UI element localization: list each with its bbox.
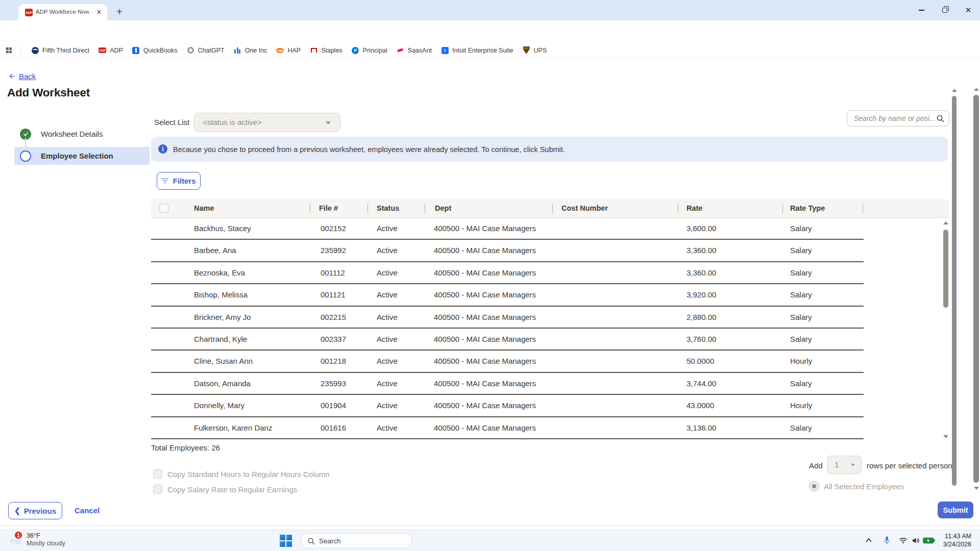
window-maximize-button[interactable] xyxy=(933,0,957,20)
select-all-checkbox[interactable] xyxy=(159,204,168,213)
bookmark-item[interactable]: SaasAnt xyxy=(392,43,436,58)
window-close-button[interactable]: ✕ xyxy=(957,0,980,20)
all-selected-employees-radio[interactable]: All Selected Employees xyxy=(809,481,904,491)
page-scrollbar[interactable] xyxy=(973,87,979,491)
table-row[interactable]: Chartrand, Kyle002337Active400500 - MAI … xyxy=(151,329,864,350)
bookmark-item[interactable]: IIntuit Enterprise Suite xyxy=(436,43,518,58)
cell-rate-type: Salary xyxy=(790,417,812,438)
employee-search-input[interactable]: Search by name or posi... xyxy=(847,110,949,127)
cell-file: 002152 xyxy=(321,218,346,239)
notification-badge: 1 xyxy=(14,531,22,539)
bookmark-item[interactable]: QuickBooks xyxy=(128,43,182,58)
table-row[interactable]: Datson, Amanda235993Active400500 - MAI C… xyxy=(151,373,864,395)
back-link[interactable]: Back xyxy=(8,72,36,81)
bookmark-item[interactable]: Staples xyxy=(305,43,347,58)
table-row[interactable]: Barbee, Ana235992Active400500 - MAI Case… xyxy=(151,240,864,262)
cell-status: Active xyxy=(377,417,398,438)
chrome-taskbar-button[interactable] xyxy=(548,532,567,550)
table-row[interactable]: Brickner, Amy Jo002215Active400500 - MAI… xyxy=(151,307,864,329)
table-row[interactable]: Cline, Susan Ann001218Active400500 - MAI… xyxy=(151,350,864,372)
add-rows-dropdown[interactable]: 1 xyxy=(827,456,862,474)
bookmark-item[interactable]: ADPADP xyxy=(94,43,128,58)
chevron-down-icon xyxy=(326,121,331,124)
clock[interactable]: 11:43 AM 3/24/2026 xyxy=(943,532,971,548)
table-row[interactable]: Bishop, Melissa001121Active400500 - MAI … xyxy=(151,284,864,306)
previous-button[interactable]: ❮Previous xyxy=(8,502,62,519)
saasant-icon xyxy=(397,46,404,54)
cell-file: 001904 xyxy=(321,395,346,416)
step-employee-selection[interactable]: Employee Selection xyxy=(14,147,150,165)
fifth-third-icon xyxy=(31,46,39,54)
chevron-down-icon xyxy=(851,464,855,466)
bookmark-item[interactable]: PPrincipal xyxy=(347,43,392,58)
cell-name: Beznoska, Eva xyxy=(194,262,245,283)
browser-toolbar: workforcenow.adp.com/theme/admin.html#/P… xyxy=(0,20,980,43)
cell-name: Brickner, Amy Jo xyxy=(194,307,251,328)
tab-close-icon[interactable]: ✕ xyxy=(95,8,103,16)
cell-status: Active xyxy=(377,307,398,328)
cancel-button[interactable]: Cancel xyxy=(75,506,100,515)
table-row[interactable]: Donnelly, Mary001904Active400500 - MAI C… xyxy=(151,395,864,417)
chatgpt-icon xyxy=(187,46,194,54)
start-button[interactable] xyxy=(280,535,292,547)
table-row[interactable]: Fulkerson, Karen Danz001616Active400500 … xyxy=(151,417,864,439)
one-inc-icon xyxy=(234,46,241,54)
cell-status: Active xyxy=(377,395,398,416)
content-scrollbar[interactable] xyxy=(951,88,957,491)
windows-taskbar: 1 36°F Mostly cloudy Search 11:43 AM 3/2… xyxy=(0,530,980,551)
table-scrollbar[interactable] xyxy=(942,219,949,440)
cell-rate: 3,136.00 xyxy=(687,417,716,438)
volume-icon xyxy=(912,537,920,544)
onenote-taskbar-button[interactable] xyxy=(593,532,611,550)
cell-rate: 3,920.00 xyxy=(687,284,716,305)
new-tab-button[interactable]: + xyxy=(113,6,126,18)
browser-tab[interactable]: ADP ADP Workforce Now - Manage ✕ xyxy=(18,4,107,20)
acrobat-taskbar-button[interactable] xyxy=(668,532,686,550)
table-row[interactable]: Beznoska, Eva001112Active400500 - MAI Ca… xyxy=(151,262,864,284)
bookmark-item[interactable]: Fifth Third Direct xyxy=(27,43,94,58)
remote-desktop-taskbar-button[interactable] xyxy=(505,532,523,550)
bookmark-item[interactable]: hapHAP xyxy=(272,43,305,58)
window-minimize-button[interactable] xyxy=(910,0,933,20)
cell-rate: 50.0000 xyxy=(687,350,714,371)
cell-name: Cline, Susan Ann xyxy=(194,350,253,371)
cell-name: Barbee, Ana xyxy=(194,240,236,261)
hap-icon: hap xyxy=(276,46,284,54)
taskbar-search[interactable]: Search xyxy=(300,533,412,548)
copy-standard-hours-option[interactable]: Copy Standard Hours to Regular Hours Col… xyxy=(153,469,330,479)
cell-dept: 400500 - MAI Case Managers xyxy=(434,417,536,438)
step-current-circle-icon xyxy=(20,151,31,162)
cell-rate-type: Salary xyxy=(790,240,812,261)
select-list-dropdown[interactable]: <status is active> xyxy=(194,113,340,132)
excel-taskbar-button[interactable] xyxy=(630,532,648,550)
g-app-taskbar-button[interactable] xyxy=(612,532,631,550)
cell-dept: 400500 - MAI Case Managers xyxy=(434,350,536,371)
step-worksheet-details[interactable]: Worksheet Details xyxy=(14,125,150,143)
apps-grid-icon[interactable] xyxy=(5,46,13,56)
cell-rate: 2,880.00 xyxy=(687,307,716,328)
c-app-taskbar-button[interactable] xyxy=(526,532,544,550)
table-row[interactable]: Backhus, Stacey002152Active400500 - MAI … xyxy=(151,218,864,240)
microphone-icon xyxy=(884,536,890,545)
bookmark-item[interactable]: upsUPS xyxy=(518,43,552,58)
page-title: Add Worksheet xyxy=(7,86,90,99)
submit-button[interactable]: Submit xyxy=(938,502,973,518)
teams-taskbar-button[interactable] xyxy=(481,532,500,550)
copy-salary-rate-option[interactable]: Copy Salary Rate to Regular Earnings xyxy=(153,485,297,494)
cell-rate-type: Hourly xyxy=(790,395,812,416)
cell-rate-type: Salary xyxy=(790,262,812,283)
bookmark-item[interactable]: One Inc xyxy=(229,43,272,58)
principal-icon: P xyxy=(352,46,359,54)
file-explorer-taskbar-button[interactable] xyxy=(435,532,454,550)
calculator-taskbar-button[interactable] xyxy=(649,532,668,550)
filters-button[interactable]: Filters xyxy=(157,172,201,190)
outlook-taskbar-button[interactable] xyxy=(571,532,589,550)
edge-taskbar-button[interactable] xyxy=(459,532,477,550)
tray-chevron-icon xyxy=(865,538,872,543)
cell-dept: 400500 - MAI Case Managers xyxy=(434,329,536,349)
cell-rate-type: Salary xyxy=(790,284,812,305)
task-view-taskbar-button[interactable] xyxy=(418,532,436,550)
cell-rate: 3,600.00 xyxy=(687,218,716,239)
adp-icon: ADP xyxy=(99,46,106,54)
bookmark-item[interactable]: ChatGPT xyxy=(182,43,229,58)
